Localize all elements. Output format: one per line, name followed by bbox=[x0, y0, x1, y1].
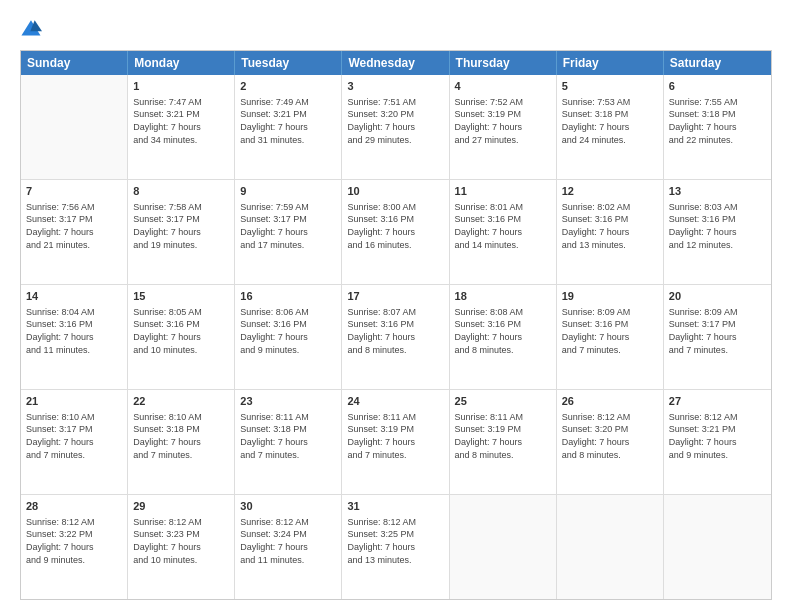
calendar-cell: 30Sunrise: 8:12 AM Sunset: 3:24 PM Dayli… bbox=[235, 495, 342, 599]
cell-content: Sunrise: 8:02 AM Sunset: 3:16 PM Dayligh… bbox=[562, 201, 658, 251]
header bbox=[20, 18, 772, 40]
page: SundayMondayTuesdayWednesdayThursdayFrid… bbox=[0, 0, 792, 612]
cell-content: Sunrise: 8:11 AM Sunset: 3:18 PM Dayligh… bbox=[240, 411, 336, 461]
calendar-cell: 18Sunrise: 8:08 AM Sunset: 3:16 PM Dayli… bbox=[450, 285, 557, 389]
day-number: 3 bbox=[347, 79, 443, 94]
cell-content: Sunrise: 7:58 AM Sunset: 3:17 PM Dayligh… bbox=[133, 201, 229, 251]
cell-content: Sunrise: 8:10 AM Sunset: 3:18 PM Dayligh… bbox=[133, 411, 229, 461]
day-number: 26 bbox=[562, 394, 658, 409]
cell-content: Sunrise: 8:11 AM Sunset: 3:19 PM Dayligh… bbox=[455, 411, 551, 461]
cell-content: Sunrise: 8:12 AM Sunset: 3:25 PM Dayligh… bbox=[347, 516, 443, 566]
calendar-cell: 6Sunrise: 7:55 AM Sunset: 3:18 PM Daylig… bbox=[664, 75, 771, 179]
day-number: 23 bbox=[240, 394, 336, 409]
calendar-cell: 7Sunrise: 7:56 AM Sunset: 3:17 PM Daylig… bbox=[21, 180, 128, 284]
day-number: 11 bbox=[455, 184, 551, 199]
cell-content: Sunrise: 8:06 AM Sunset: 3:16 PM Dayligh… bbox=[240, 306, 336, 356]
cell-content: Sunrise: 7:47 AM Sunset: 3:21 PM Dayligh… bbox=[133, 96, 229, 146]
header-day-monday: Monday bbox=[128, 51, 235, 75]
header-day-saturday: Saturday bbox=[664, 51, 771, 75]
cell-content: Sunrise: 8:08 AM Sunset: 3:16 PM Dayligh… bbox=[455, 306, 551, 356]
cell-content: Sunrise: 8:12 AM Sunset: 3:21 PM Dayligh… bbox=[669, 411, 766, 461]
day-number: 2 bbox=[240, 79, 336, 94]
calendar-cell: 5Sunrise: 7:53 AM Sunset: 3:18 PM Daylig… bbox=[557, 75, 664, 179]
calendar-cell: 24Sunrise: 8:11 AM Sunset: 3:19 PM Dayli… bbox=[342, 390, 449, 494]
calendar-cell: 2Sunrise: 7:49 AM Sunset: 3:21 PM Daylig… bbox=[235, 75, 342, 179]
cell-content: Sunrise: 8:07 AM Sunset: 3:16 PM Dayligh… bbox=[347, 306, 443, 356]
calendar-cell bbox=[450, 495, 557, 599]
calendar-cell: 12Sunrise: 8:02 AM Sunset: 3:16 PM Dayli… bbox=[557, 180, 664, 284]
logo bbox=[20, 18, 46, 40]
day-number: 15 bbox=[133, 289, 229, 304]
cell-content: Sunrise: 8:03 AM Sunset: 3:16 PM Dayligh… bbox=[669, 201, 766, 251]
calendar-cell: 10Sunrise: 8:00 AM Sunset: 3:16 PM Dayli… bbox=[342, 180, 449, 284]
calendar-cell: 13Sunrise: 8:03 AM Sunset: 3:16 PM Dayli… bbox=[664, 180, 771, 284]
day-number: 25 bbox=[455, 394, 551, 409]
day-number: 6 bbox=[669, 79, 766, 94]
calendar-cell: 20Sunrise: 8:09 AM Sunset: 3:17 PM Dayli… bbox=[664, 285, 771, 389]
calendar-cell: 15Sunrise: 8:05 AM Sunset: 3:16 PM Dayli… bbox=[128, 285, 235, 389]
day-number: 17 bbox=[347, 289, 443, 304]
day-number: 19 bbox=[562, 289, 658, 304]
calendar-row-0: 1Sunrise: 7:47 AM Sunset: 3:21 PM Daylig… bbox=[21, 75, 771, 180]
cell-content: Sunrise: 7:51 AM Sunset: 3:20 PM Dayligh… bbox=[347, 96, 443, 146]
day-number: 4 bbox=[455, 79, 551, 94]
day-number: 24 bbox=[347, 394, 443, 409]
calendar-cell: 1Sunrise: 7:47 AM Sunset: 3:21 PM Daylig… bbox=[128, 75, 235, 179]
day-number: 1 bbox=[133, 79, 229, 94]
calendar-body: 1Sunrise: 7:47 AM Sunset: 3:21 PM Daylig… bbox=[21, 75, 771, 599]
calendar-row-1: 7Sunrise: 7:56 AM Sunset: 3:17 PM Daylig… bbox=[21, 180, 771, 285]
cell-content: Sunrise: 7:49 AM Sunset: 3:21 PM Dayligh… bbox=[240, 96, 336, 146]
cell-content: Sunrise: 7:59 AM Sunset: 3:17 PM Dayligh… bbox=[240, 201, 336, 251]
header-day-thursday: Thursday bbox=[450, 51, 557, 75]
calendar-cell: 4Sunrise: 7:52 AM Sunset: 3:19 PM Daylig… bbox=[450, 75, 557, 179]
calendar-row-3: 21Sunrise: 8:10 AM Sunset: 3:17 PM Dayli… bbox=[21, 390, 771, 495]
day-number: 16 bbox=[240, 289, 336, 304]
day-number: 21 bbox=[26, 394, 122, 409]
cell-content: Sunrise: 8:01 AM Sunset: 3:16 PM Dayligh… bbox=[455, 201, 551, 251]
calendar-cell: 8Sunrise: 7:58 AM Sunset: 3:17 PM Daylig… bbox=[128, 180, 235, 284]
cell-content: Sunrise: 8:11 AM Sunset: 3:19 PM Dayligh… bbox=[347, 411, 443, 461]
calendar-cell bbox=[21, 75, 128, 179]
header-day-wednesday: Wednesday bbox=[342, 51, 449, 75]
calendar-cell: 29Sunrise: 8:12 AM Sunset: 3:23 PM Dayli… bbox=[128, 495, 235, 599]
calendar-cell bbox=[557, 495, 664, 599]
day-number: 18 bbox=[455, 289, 551, 304]
day-number: 10 bbox=[347, 184, 443, 199]
calendar-cell: 28Sunrise: 8:12 AM Sunset: 3:22 PM Dayli… bbox=[21, 495, 128, 599]
calendar-cell: 23Sunrise: 8:11 AM Sunset: 3:18 PM Dayli… bbox=[235, 390, 342, 494]
calendar-cell: 9Sunrise: 7:59 AM Sunset: 3:17 PM Daylig… bbox=[235, 180, 342, 284]
cell-content: Sunrise: 8:00 AM Sunset: 3:16 PM Dayligh… bbox=[347, 201, 443, 251]
cell-content: Sunrise: 8:12 AM Sunset: 3:23 PM Dayligh… bbox=[133, 516, 229, 566]
cell-content: Sunrise: 7:52 AM Sunset: 3:19 PM Dayligh… bbox=[455, 96, 551, 146]
day-number: 7 bbox=[26, 184, 122, 199]
day-number: 31 bbox=[347, 499, 443, 514]
calendar-cell: 3Sunrise: 7:51 AM Sunset: 3:20 PM Daylig… bbox=[342, 75, 449, 179]
day-number: 22 bbox=[133, 394, 229, 409]
calendar-cell: 25Sunrise: 8:11 AM Sunset: 3:19 PM Dayli… bbox=[450, 390, 557, 494]
calendar-cell: 26Sunrise: 8:12 AM Sunset: 3:20 PM Dayli… bbox=[557, 390, 664, 494]
calendar-cell: 31Sunrise: 8:12 AM Sunset: 3:25 PM Dayli… bbox=[342, 495, 449, 599]
cell-content: Sunrise: 8:05 AM Sunset: 3:16 PM Dayligh… bbox=[133, 306, 229, 356]
day-number: 20 bbox=[669, 289, 766, 304]
calendar: SundayMondayTuesdayWednesdayThursdayFrid… bbox=[20, 50, 772, 600]
header-day-tuesday: Tuesday bbox=[235, 51, 342, 75]
day-number: 29 bbox=[133, 499, 229, 514]
calendar-cell: 14Sunrise: 8:04 AM Sunset: 3:16 PM Dayli… bbox=[21, 285, 128, 389]
cell-content: Sunrise: 7:53 AM Sunset: 3:18 PM Dayligh… bbox=[562, 96, 658, 146]
header-day-friday: Friday bbox=[557, 51, 664, 75]
calendar-row-4: 28Sunrise: 8:12 AM Sunset: 3:22 PM Dayli… bbox=[21, 495, 771, 599]
cell-content: Sunrise: 8:04 AM Sunset: 3:16 PM Dayligh… bbox=[26, 306, 122, 356]
cell-content: Sunrise: 8:10 AM Sunset: 3:17 PM Dayligh… bbox=[26, 411, 122, 461]
calendar-cell: 27Sunrise: 8:12 AM Sunset: 3:21 PM Dayli… bbox=[664, 390, 771, 494]
logo-icon bbox=[20, 18, 42, 40]
calendar-cell bbox=[664, 495, 771, 599]
day-number: 12 bbox=[562, 184, 658, 199]
day-number: 5 bbox=[562, 79, 658, 94]
cell-content: Sunrise: 7:55 AM Sunset: 3:18 PM Dayligh… bbox=[669, 96, 766, 146]
cell-content: Sunrise: 8:09 AM Sunset: 3:17 PM Dayligh… bbox=[669, 306, 766, 356]
day-number: 28 bbox=[26, 499, 122, 514]
cell-content: Sunrise: 7:56 AM Sunset: 3:17 PM Dayligh… bbox=[26, 201, 122, 251]
header-day-sunday: Sunday bbox=[21, 51, 128, 75]
day-number: 9 bbox=[240, 184, 336, 199]
cell-content: Sunrise: 8:09 AM Sunset: 3:16 PM Dayligh… bbox=[562, 306, 658, 356]
